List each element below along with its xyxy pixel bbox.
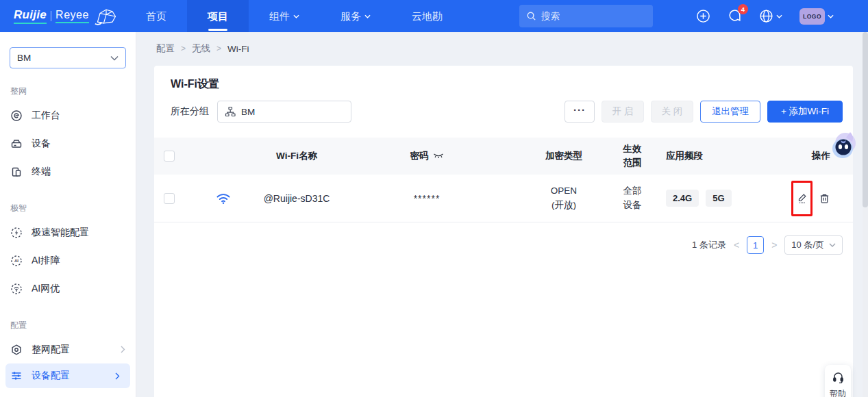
table-row: @Ruijie-sD31C ****** OPEN (开放) 全部设备 2.4G… (154, 175, 853, 222)
messages-button[interactable]: 4 (728, 9, 742, 23)
search-placeholder: 搜索 (541, 10, 560, 23)
band-tag-2-4g: 2.4G (666, 190, 699, 207)
chevron-down-icon (829, 243, 836, 247)
chevron-down-icon (828, 14, 834, 18)
main-content: 配置 > 无线 > Wi-Fi Wi-Fi设置 所在分组 BM ··· 开 启 … (136, 32, 868, 397)
language-selector[interactable] (759, 9, 782, 23)
chevron-right-icon (115, 372, 120, 380)
sidebar-item-ai-troubleshooting[interactable]: AI AI排障 (0, 246, 136, 274)
chevron-down-icon (293, 14, 299, 18)
main-nav: 首页 项目 组件 服务 云地勘 (125, 0, 463, 32)
nav-item-cloud-survey[interactable]: 云地勘 (391, 0, 463, 32)
breadcrumb-separator: > (216, 44, 221, 53)
breadcrumb-config[interactable]: 配置 (156, 42, 175, 55)
sidebar-section-config: 配置 (10, 320, 136, 331)
scrollbar-track[interactable] (863, 32, 868, 397)
chevron-down-icon (364, 14, 371, 18)
edit-pencil-icon (797, 192, 808, 205)
top-navbar: Ruijie Reyee 首页 项目 组件 服务 云地勘 搜索 (0, 0, 868, 32)
sidebar-item-network-config[interactable]: 整网配置 (0, 335, 136, 363)
scrollbar-thumb[interactable] (863, 32, 868, 207)
edit-wifi-button[interactable] (797, 192, 808, 205)
brand-ruijie-text: Ruijie (14, 8, 47, 24)
group-field-label: 所在分组 (171, 105, 209, 118)
select-all-checkbox[interactable] (164, 151, 175, 162)
brand-reyee-text: Reyee (55, 9, 89, 23)
sidebar-item-workbench[interactable]: 工作台 (0, 101, 136, 129)
header-bands: 应用频段 (656, 150, 766, 162)
chevron-down-icon (110, 55, 119, 61)
row-checkbox[interactable] (164, 193, 175, 204)
header-wifi-name: Wi-Fi名称 (259, 150, 334, 162)
sidebar-item-devices[interactable]: 设备 (0, 129, 136, 157)
add-wifi-button[interactable]: + 添加Wi-Fi (767, 101, 843, 123)
help-button[interactable]: 帮助 (825, 365, 851, 397)
nav-item-components[interactable]: 组件 (249, 0, 320, 32)
account-menu[interactable]: LOGO (799, 8, 834, 25)
sidebar: BM 整网 工作台 设备 终端 极智 极速智能配置 AI AI排障 (0, 32, 136, 397)
wifi-table: Wi-Fi名称 密码 加密类型 生效范围 应用频段 操作 (154, 138, 853, 222)
breadcrumb-wireless[interactable]: 无线 (192, 42, 210, 55)
network-config-icon (10, 344, 23, 356)
message-count-badge: 4 (738, 4, 748, 14)
bands-cell: 2.4G 5G (656, 190, 766, 207)
wifi-settings-card: Wi-Fi设置 所在分组 BM ··· 开 启 关 闭 退出管理 + 添加Wi-… (154, 66, 853, 397)
headset-icon (832, 371, 845, 383)
brand-logo: Ruijie Reyee (0, 7, 120, 26)
encryption-cell: OPEN (开放) (519, 184, 608, 212)
next-page-button[interactable]: > (770, 240, 778, 251)
network-group-select[interactable]: BM (10, 47, 126, 68)
nav-item-services[interactable]: 服务 (320, 0, 391, 32)
pagination: 1 条记录 < 1 > 10 条/页 (154, 235, 843, 255)
sidebar-item-ai-network-optimization[interactable]: AI网优 (0, 274, 136, 303)
enable-wifi-button[interactable]: 开 启 (602, 101, 644, 123)
record-count: 1 条记录 (692, 239, 726, 251)
sidebar-item-clients[interactable]: 终端 (0, 157, 136, 185)
chevron-right-icon (121, 346, 125, 353)
sitemap-icon (225, 106, 236, 117)
chevron-down-icon (776, 14, 782, 18)
exit-manage-button[interactable]: 退出管理 (700, 101, 760, 123)
group-select-value: BM (241, 107, 255, 117)
header-scope: 生效范围 (621, 142, 644, 170)
svg-text:AI: AI (14, 258, 18, 263)
network-group-value: BM (17, 53, 31, 63)
page-size-select[interactable]: 10 条/页 (784, 235, 843, 255)
header-password: 密码 (410, 150, 429, 162)
sidebar-item-device-config[interactable]: 设备配置 (5, 363, 130, 388)
device-config-icon (10, 370, 23, 382)
nav-item-projects[interactable]: 项目 (187, 0, 249, 32)
nav-item-home[interactable]: 首页 (125, 0, 187, 32)
scope-cell: 全部设备 (621, 184, 644, 212)
delete-wifi-button[interactable] (819, 192, 830, 205)
band-tag-5g: 5G (706, 190, 731, 207)
sidebar-section-ai: 极智 (10, 203, 136, 214)
quick-config-icon (10, 227, 23, 239)
eye-closed-icon[interactable] (433, 153, 444, 159)
breadcrumb-wifi: Wi-Fi (227, 44, 249, 54)
password-cell: ****** (414, 193, 441, 204)
search-icon (526, 11, 536, 21)
more-actions-button[interactable]: ··· (565, 101, 595, 123)
sidebar-item-quick-config[interactable]: 极速智能配置 (0, 218, 136, 246)
page-title: Wi-Fi设置 (154, 66, 853, 92)
sidebar-section-network: 整网 (10, 86, 136, 97)
assistant-mascot[interactable] (830, 131, 858, 164)
wifi-icon (216, 192, 231, 205)
globe-icon (759, 9, 773, 23)
search-input[interactable]: 搜索 (519, 5, 653, 27)
add-project-button[interactable] (696, 9, 710, 23)
client-terminal-icon (10, 166, 23, 178)
trash-icon (819, 192, 830, 205)
plus-circle-icon (696, 9, 710, 23)
avatar: LOGO (799, 8, 825, 25)
breadcrumb: 配置 > 无线 > Wi-Fi (156, 42, 249, 55)
page-number-button[interactable]: 1 (747, 236, 764, 254)
breadcrumb-separator: > (181, 44, 186, 53)
ai-wifi-optimize-icon (10, 283, 23, 295)
group-select-input[interactable]: BM (217, 101, 351, 123)
disable-wifi-button[interactable]: 关 闭 (651, 101, 693, 123)
prev-page-button[interactable]: < (732, 240, 741, 251)
wifi-name-cell: @Ruijie-sD31C (259, 193, 334, 204)
header-encryption: 加密类型 (519, 149, 608, 163)
